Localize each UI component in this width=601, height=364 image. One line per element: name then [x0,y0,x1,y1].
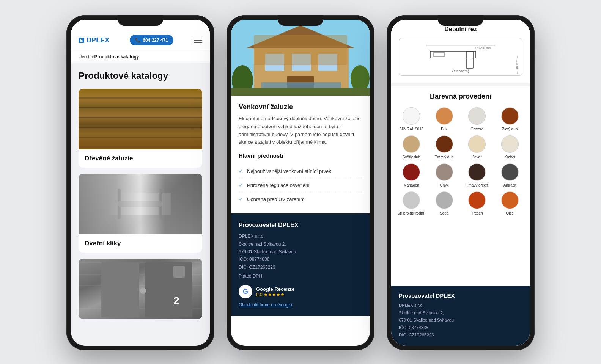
card-door[interactable]: 2 [79,259,202,319]
color-label: Buk [441,127,447,132]
svg-rect-1 [118,189,121,219]
svg-rect-0 [110,193,171,215]
svg-rect-25 [433,53,445,56]
color-label: Mahagon [403,183,419,188]
color-circle [501,191,519,209]
p2-platce: Plátce DPH [239,273,362,279]
breadcrumb-home[interactable]: Úvod [79,54,89,60]
call-button[interactable]: 📞 604 227 471 [130,35,173,46]
card-title-1: Dřevěné žaluzie [85,155,133,162]
check-icon-1: ✓ [239,168,243,174]
color-circle [436,107,453,125]
card-body-2: Dveřní kliky [79,234,202,253]
svg-rect-14 [318,54,337,71]
svg-rect-3 [118,201,162,207]
feature-text-1: Nejpoužívanější venkovní stínící prvek [247,168,331,174]
color-circle [403,107,420,125]
check-icon-3: ✓ [239,196,243,202]
google-review-rating: 5.0 ★★★★★ [256,292,294,297]
svg-rect-13 [292,54,311,71]
phone-2: Venkovní žaluzie Elegantní a nadčasový d… [227,15,374,350]
p2-features-title: Hlavní přednosti [239,152,362,159]
color-item: Antracit [495,163,525,188]
color-label: Antracit [503,183,516,188]
p3-footer-address: DPLEX s.r.o. Skalice nad Svitavou 2, 679… [399,302,522,339]
p3-footer-title: Provozovatel DPLEX [399,292,522,299]
color-item: Bílá RAL 9016 [396,107,426,132]
feature-item-2: ✓ Přirozená regulace osvětlení [239,178,362,192]
color-item: Kraket [495,135,525,160]
svg-rect-18 [231,88,370,96]
svg-rect-5 [145,262,192,317]
svg-rect-24 [466,51,473,68]
feature-item-3: ✓ Ochrana před UV zářením [239,192,362,206]
color-label: Zlatý dub [502,127,518,132]
p2-footer-address: DPLEX s.r.o. Skalice nad Svitavou 2, 679… [239,232,362,271]
feature-text-2: Přirozená regulace osvětlení [247,182,310,188]
p3-company: DPLEX s.r.o. [399,303,424,308]
phone-notch-2 [278,15,323,26]
google-g-icon: G [239,285,252,298]
wood-slats-image [79,89,202,149]
p2-dic: DIČ: CZ17265223 [239,265,275,270]
color-item: Světlý dub [396,135,426,160]
svg-point-17 [351,65,370,92]
phone-number: 604 227 471 [143,38,168,43]
phone-2-screen: Venkovní žaluzie Elegantní a nadčasový d… [231,20,370,346]
color-item: Javor [462,135,492,160]
door-handles-image [79,174,202,234]
p3-detail-title: Detailní řez [399,26,522,33]
color-circle [436,135,453,153]
svg-text:2: 2 [173,295,179,306]
card-wooden-blinds[interactable]: Dřevěné žaluzie [79,89,202,168]
svg-rect-7 [173,266,185,278]
color-item: Olše [495,191,525,216]
color-circle [501,163,519,181]
card-door-handles[interactable]: Dveřní kliky [79,174,202,253]
color-label: Světlý dub [403,155,420,160]
color-label: Onyx [440,183,448,188]
color-item: Mahagon [396,163,426,188]
p3-address1: Skalice nad Svitavou 2, [399,311,444,315]
google-reviews: G Google Recenze 5.0 ★★★★★ [239,285,362,298]
p2-card: Venkovní žaluzie Elegantní a nadčasový d… [231,96,370,213]
color-circle [468,135,486,153]
check-icon-2: ✓ [239,182,243,188]
p1-main: Produktové katalogy Dřevěné žaluzie [71,63,210,333]
p3-detail-section: Detailní řez [391,20,530,86]
dplex-logo-e: E [79,38,84,43]
color-label: Tmavý ořech [466,183,488,188]
phone-3: Detailní řez [387,15,535,350]
p3-colors-section: Barevná provedení Bílá RAL 9016BukCarrer… [391,86,530,286]
card-title-2: Dveřní kliky [85,240,121,247]
handles-svg [102,185,178,223]
color-circle [436,163,453,181]
p3-colors-grid: Bílá RAL 9016BukCarreraZlatý dubSvětlý d… [396,107,525,216]
feature-text-3: Ochrana před UV zářením [247,196,305,202]
door-image: 2 [79,259,202,319]
color-circle [468,107,486,125]
svg-rect-23 [430,51,476,58]
p2-footer: Provozovatel DPLEX DPLEX s.r.o. Skalice … [231,213,370,316]
p2-company: DPLEX s.r.o. [239,234,265,239]
page-title: Produktové katalogy [79,71,202,81]
svg-rect-12 [265,54,284,71]
color-circle [501,135,519,153]
color-label: Stříbro (přírodní) [397,211,425,216]
color-label: Kraket [504,155,515,160]
svg-text:160–500 mm: 160–500 mm [475,47,491,49]
google-review-name: Google Recenze [256,286,294,292]
p3-colors-title: Barevná provedení [396,93,525,100]
p2-card-text: Elegantní a nadčasový doplněk domu. Venk… [239,115,362,146]
color-label: Carrera [470,127,483,132]
p3-detail-diagram: 160–500 mm (s nosem) ← 30 mm → [399,38,522,76]
hamburger-menu[interactable] [194,38,202,43]
phone-icon: 📞 [135,38,141,43]
svg-rect-4 [101,262,139,317]
breadcrumb-current: Produktové katalogy [94,54,139,60]
p3-ico: IČO: 08774838 [399,325,428,330]
google-review-link[interactable]: Ohodnotit firmu na Googlu [239,302,362,308]
dplex-logo: E DPLEX [79,36,109,44]
color-item: Zlatý dub [495,107,525,132]
p2-address2: 679 01 Skalice nad Svitavou [239,249,296,254]
